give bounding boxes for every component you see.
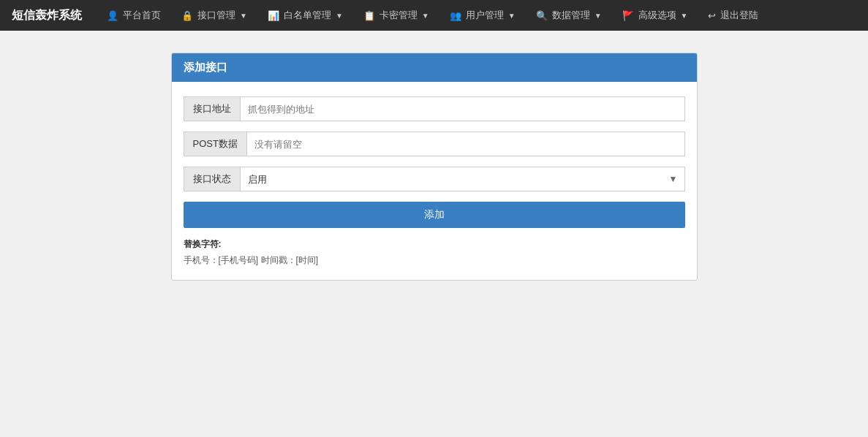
nav-advanced-label: 高级选项 (638, 9, 676, 22)
nav-home[interactable]: 👤 平台首页 (97, 0, 171, 31)
chevron-down-icon-6: ▼ (681, 12, 688, 20)
nav-advanced[interactable]: 🚩 高级选项 ▼ (612, 0, 698, 31)
nav-home-label: 平台首页 (123, 9, 161, 22)
nav-data-mgmt[interactable]: 🔍 数据管理 ▼ (526, 0, 612, 31)
add-interface-card: 添加接口 接口地址 POST数据 接口状态 启用 禁用 ▼ (171, 53, 698, 281)
chevron-down-icon-4: ▼ (508, 12, 516, 20)
address-input[interactable] (240, 96, 685, 121)
home-icon: 👤 (107, 10, 118, 21)
nav-logout[interactable]: ↩ 退出登陆 (698, 0, 769, 31)
nav-data-label: 数据管理 (552, 9, 590, 22)
post-input[interactable] (246, 132, 685, 156)
chevron-down-icon-2: ▼ (336, 12, 343, 20)
status-select[interactable]: 启用 禁用 (240, 167, 685, 191)
flag-icon: 🚩 (622, 10, 634, 21)
chevron-down-icon-5: ▼ (595, 12, 602, 20)
nav-user-mgmt[interactable]: 👥 用户管理 ▼ (439, 0, 526, 31)
hint-content: 手机号：[手机号码] 时间戳：[时间] (184, 255, 319, 265)
status-form-group: 接口状态 启用 禁用 ▼ (184, 167, 685, 191)
search-icon: 🔍 (536, 10, 548, 21)
app-title: 短信轰炸系统 (12, 8, 82, 23)
chevron-down-icon-3: ▼ (422, 12, 429, 20)
nav-interface-label: 接口管理 (197, 9, 235, 22)
status-select-wrapper: 启用 禁用 ▼ (240, 167, 685, 191)
card-icon: 📋 (363, 10, 375, 21)
hint-label: 替换字符: (184, 239, 222, 249)
nav-cardkey-mgmt[interactable]: 📋 卡密管理 ▼ (353, 0, 439, 31)
card-body: 接口地址 POST数据 接口状态 启用 禁用 ▼ 添加 (172, 82, 697, 280)
lock-icon: 🔒 (181, 10, 193, 21)
status-label: 接口状态 (184, 167, 240, 191)
users-icon: 👥 (450, 10, 461, 21)
bar-chart-icon: 📊 (268, 10, 279, 21)
post-label: POST数据 (184, 132, 246, 156)
post-form-group: POST数据 (184, 132, 685, 156)
address-form-group: 接口地址 (184, 96, 685, 121)
nav-cardkey-label: 卡密管理 (380, 9, 418, 22)
nav-interface-mgmt[interactable]: 🔒 接口管理 ▼ (171, 0, 257, 31)
card-header: 添加接口 (172, 53, 697, 82)
nav-whitelist-label: 白名单管理 (284, 9, 331, 22)
nav-user-label: 用户管理 (466, 9, 504, 22)
address-label: 接口地址 (184, 96, 240, 121)
add-button[interactable]: 添加 (184, 202, 685, 228)
logout-icon: ↩ (708, 10, 716, 21)
navbar: 短信轰炸系统 👤 平台首页 🔒 接口管理 ▼ 📊 白名单管理 ▼ 📋 卡密管理 … (0, 0, 868, 31)
hint-area: 替换字符: 手机号：[手机号码] 时间戳：[时间] (184, 237, 685, 268)
chevron-down-icon: ▼ (240, 12, 247, 20)
nav-logout-label: 退出登陆 (720, 9, 758, 22)
main-content: 添加接口 接口地址 POST数据 接口状态 启用 禁用 ▼ (0, 31, 868, 303)
nav-whitelist-mgmt[interactable]: 📊 白名单管理 ▼ (257, 0, 353, 31)
